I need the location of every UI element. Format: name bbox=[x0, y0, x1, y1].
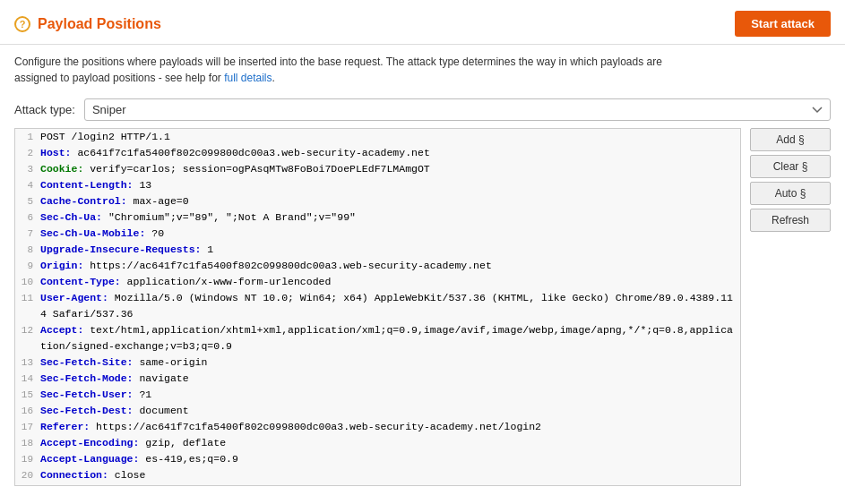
header-name: User-Agent: bbox=[40, 292, 108, 303]
line-number: 17 bbox=[15, 419, 40, 435]
line-number: 9 bbox=[15, 258, 40, 274]
header-name: Accept: bbox=[40, 324, 83, 336]
line-number: 20 bbox=[15, 467, 40, 483]
line-content: POST /login2 HTTP/1.1 bbox=[40, 129, 174, 145]
request-line: 7Sec-Ch-Ua-Mobile: ?0 bbox=[15, 226, 740, 242]
refresh-button[interactable]: Refresh bbox=[750, 209, 831, 232]
auto-section-button[interactable]: Auto § bbox=[750, 182, 831, 205]
request-line: 3Cookie: verify=carlos; session=ogPAsqMT… bbox=[15, 161, 740, 177]
line-content bbox=[40, 483, 44, 486]
header-left: ? Payload Positions bbox=[14, 16, 161, 32]
header-name: Connection: bbox=[40, 469, 108, 481]
header-name: Referer: bbox=[40, 421, 90, 432]
line-number: 18 bbox=[15, 435, 40, 451]
request-line: 19Accept-Language: es-419,es;q=0.9 bbox=[15, 451, 740, 467]
attack-type-select[interactable]: Sniper Battering ram Pitchfork Cluster b… bbox=[84, 98, 831, 121]
line-number: 13 bbox=[15, 355, 40, 371]
line-content: Sec-Fetch-Dest: document bbox=[40, 403, 193, 419]
request-line: 2Host: ac641f7c1fa5400f802c099800dc00a3.… bbox=[15, 145, 740, 161]
line-content: Sec-Fetch-Mode: navigate bbox=[40, 371, 193, 387]
header-name: Sec-Fetch-Dest: bbox=[40, 405, 134, 416]
line-number: 14 bbox=[15, 371, 40, 387]
header-name: Upgrade-Insecure-Requests: bbox=[40, 243, 201, 255]
request-line: 15Sec-Fetch-User: ?1 bbox=[15, 387, 740, 403]
request-line: 17Referer: https://ac641f7c1fa5400f802c0… bbox=[15, 419, 740, 435]
header-name: Sec-Ch-Ua: bbox=[40, 211, 102, 223]
line-number: 2 bbox=[15, 145, 40, 161]
line-content: Sec-Ch-Ua-Mobile: ?0 bbox=[40, 226, 168, 242]
line-content: Origin: https://ac641f7c1fa5400f802c0998… bbox=[40, 258, 496, 274]
line-number: 3 bbox=[15, 161, 40, 177]
line-content: Sec-Ch-Ua: "Chromium";v="89", ";Not A Br… bbox=[40, 209, 359, 226]
request-line: 14Sec-Fetch-Mode: navigate bbox=[15, 371, 740, 387]
request-line: 18Accept-Encoding: gzip, deflate bbox=[15, 435, 740, 451]
line-content: Accept: text/html,application/xhtml+xml,… bbox=[40, 322, 740, 355]
request-line: 10Content-Type: application/x-www-form-u… bbox=[15, 274, 740, 290]
request-line: 21 bbox=[15, 483, 740, 486]
request-line: 11User-Agent: Mozilla/5.0 (Windows NT 10… bbox=[15, 290, 740, 322]
line-content: Content-Type: application/x-www-form-url… bbox=[40, 274, 334, 290]
header-name: Sec-Fetch-Mode: bbox=[40, 372, 134, 384]
add-section-button[interactable]: Add § bbox=[750, 128, 831, 151]
request-line: 4Content-Length: 13 bbox=[15, 177, 740, 193]
line-number: 1 bbox=[15, 129, 40, 145]
header-name: Content-Length: bbox=[40, 179, 134, 191]
header-name: Sec-Fetch-User: bbox=[40, 389, 134, 400]
request-editor[interactable]: 1POST /login2 HTTP/1.12Host: ac641f7c1fa… bbox=[14, 128, 741, 486]
line-number: 12 bbox=[15, 322, 40, 355]
header-name: Origin: bbox=[40, 260, 83, 271]
header-name: Accept-Encoding: bbox=[40, 437, 139, 448]
request-line: 1POST /login2 HTTP/1.1 bbox=[15, 129, 740, 145]
line-number: 4 bbox=[15, 177, 40, 193]
line-number: 10 bbox=[15, 274, 40, 290]
sidebar-buttons: Add § Clear § Auto § Refresh bbox=[750, 128, 831, 486]
request-line: 9Origin: https://ac641f7c1fa5400f802c099… bbox=[15, 258, 740, 274]
line-content: Upgrade-Insecure-Requests: 1 bbox=[40, 242, 217, 258]
line-number: 15 bbox=[15, 387, 40, 403]
header-name: Accept-Language: bbox=[40, 453, 139, 465]
request-line: 16Sec-Fetch-Dest: document bbox=[15, 403, 740, 419]
main-content: 1POST /login2 HTTP/1.12Host: ac641f7c1fa… bbox=[0, 128, 845, 486]
line-number: 21 bbox=[15, 483, 40, 486]
header-name: Host: bbox=[40, 147, 72, 158]
line-content: Cookie: verify=carlos; session=ogPAsqMTw… bbox=[40, 161, 434, 177]
line-content: Sec-Fetch-User: ?1 bbox=[40, 387, 155, 403]
description-text3: . bbox=[272, 72, 275, 84]
line-number: 8 bbox=[15, 242, 40, 258]
request-line: 6Sec-Ch-Ua: "Chromium";v="89", ";Not A B… bbox=[15, 209, 740, 226]
request-line: 8Upgrade-Insecure-Requests: 1 bbox=[15, 242, 740, 258]
page-header: ? Payload Positions Start attack bbox=[0, 0, 845, 45]
header-name: Cache-Control: bbox=[40, 195, 127, 207]
description: Configure the positions where payloads w… bbox=[0, 45, 845, 93]
line-content: Connection: close bbox=[40, 467, 149, 483]
line-number: 16 bbox=[15, 403, 40, 419]
header-name: Sec-Ch-Ua-Mobile: bbox=[40, 227, 145, 239]
attack-type-row: Attack type: Sniper Battering ram Pitchf… bbox=[0, 93, 845, 128]
header-name: Cookie: bbox=[40, 163, 83, 175]
line-content: Host: ac641f7c1fa5400f802c099800dc00a3.w… bbox=[40, 145, 434, 161]
request-line: 5Cache-Control: max-age=0 bbox=[15, 193, 740, 209]
start-attack-button[interactable]: Start attack bbox=[735, 11, 831, 37]
line-content: Accept-Language: es-419,es;q=0.9 bbox=[40, 451, 242, 467]
page-title: Payload Positions bbox=[38, 16, 161, 32]
request-line: 13Sec-Fetch-Site: same-origin bbox=[15, 355, 740, 371]
line-content: User-Agent: Mozilla/5.0 (Windows NT 10.0… bbox=[40, 290, 740, 322]
line-content: Accept-Encoding: gzip, deflate bbox=[40, 435, 229, 451]
line-number: 19 bbox=[15, 451, 40, 467]
description-text2: assigned to payload positions - see help… bbox=[14, 72, 224, 84]
line-content: Content-Length: 13 bbox=[40, 177, 155, 193]
line-content: Cache-Control: max-age=0 bbox=[40, 193, 193, 209]
description-text1: Configure the positions where payloads w… bbox=[14, 56, 662, 68]
line-number: 6 bbox=[15, 209, 40, 226]
line-number: 7 bbox=[15, 226, 40, 242]
request-line: 20Connection: close bbox=[15, 467, 740, 483]
full-details-link[interactable]: full details bbox=[224, 72, 272, 84]
clear-section-button[interactable]: Clear § bbox=[750, 155, 831, 178]
line-content: Sec-Fetch-Site: same-origin bbox=[40, 355, 211, 371]
header-name: Content-Type: bbox=[40, 276, 121, 287]
line-number: 11 bbox=[15, 290, 40, 322]
help-icon[interactable]: ? bbox=[14, 16, 30, 32]
attack-type-label: Attack type: bbox=[14, 103, 75, 116]
request-line: 12Accept: text/html,application/xhtml+xm… bbox=[15, 322, 740, 355]
line-content: Referer: https://ac641f7c1fa5400f802c099… bbox=[40, 419, 545, 435]
